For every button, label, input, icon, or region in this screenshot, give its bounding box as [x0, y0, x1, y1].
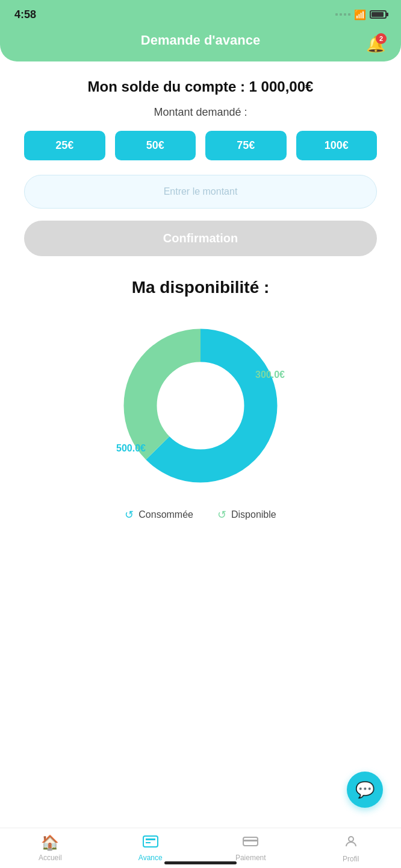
- donut-consumed-label: 500.0€: [116, 443, 146, 454]
- legend-consommee-label: Consommée: [138, 509, 193, 520]
- legend-disponible: ↺ Disponible: [217, 508, 276, 521]
- svg-point-5: [349, 837, 353, 841]
- status-bar: 4:58 📶: [0, 0, 401, 27]
- nav-paiement-label: Paiement: [235, 854, 266, 862]
- donut-svg: [110, 315, 291, 496]
- amount-100-button[interactable]: 100€: [296, 131, 378, 160]
- svg-rect-0: [143, 836, 158, 847]
- svg-rect-2: [146, 842, 151, 843]
- signal-icon: [335, 13, 350, 16]
- amount-input[interactable]: [24, 175, 377, 209]
- amount-50-button[interactable]: 50€: [115, 131, 196, 160]
- notification-button[interactable]: 🔔 2: [362, 31, 389, 57]
- chat-icon: 💬: [355, 781, 375, 799]
- confirmation-button[interactable]: Confirmation: [24, 221, 377, 256]
- legend-disponible-icon: ↺: [217, 508, 226, 521]
- donut-available-label: 300.0€: [255, 370, 285, 380]
- nav-accueil[interactable]: 🏠 Accueil: [0, 834, 101, 863]
- donut-chart: 500.0€ 300.0€: [110, 315, 291, 496]
- page-title: Demande d'avance: [141, 33, 260, 48]
- notification-badge: 2: [376, 33, 387, 44]
- account-balance: Mon solde du compte : 1 000,00€: [24, 78, 377, 95]
- amount-buttons-group: 25€ 50€ 75€ 100€: [24, 131, 377, 160]
- nav-paiement[interactable]: Paiement: [200, 834, 301, 863]
- main-content: Mon solde du compte : 1 000,00€ Montant …: [0, 61, 401, 278]
- legend-consommee: ↺ Consommée: [125, 508, 193, 521]
- legend-disponible-label: Disponible: [231, 509, 276, 520]
- status-time: 4:58: [14, 8, 36, 21]
- wifi-icon: 📶: [354, 9, 366, 20]
- header: Demande d'avance 🔔 2: [0, 27, 401, 61]
- chat-button[interactable]: 💬: [347, 772, 383, 808]
- legend-consommee-icon: ↺: [125, 508, 134, 521]
- battery-icon: [370, 10, 387, 19]
- svg-rect-1: [146, 838, 155, 840]
- nav-accueil-label: Accueil: [39, 854, 62, 862]
- donut-center: [157, 362, 244, 449]
- amount-75-button[interactable]: 75€: [205, 131, 287, 160]
- nav-profil[interactable]: Profil: [301, 834, 402, 863]
- status-icons: 📶: [335, 9, 387, 20]
- profil-icon: [344, 834, 358, 852]
- nav-avance[interactable]: Avance: [101, 834, 201, 863]
- svg-rect-4: [243, 840, 258, 841]
- chart-legend: ↺ Consommée ↺ Disponible: [12, 508, 389, 521]
- chart-title: Ma disponibilité :: [12, 278, 389, 297]
- home-icon: 🏠: [41, 834, 59, 851]
- avance-icon: [143, 834, 158, 851]
- nav-avance-label: Avance: [138, 854, 163, 862]
- home-indicator: [164, 861, 237, 864]
- chart-section: Ma disponibilité : 500.0€ 300.0€ ↺ Conso…: [0, 278, 401, 521]
- nav-profil-label: Profil: [343, 855, 359, 863]
- amount-25-button[interactable]: 25€: [24, 131, 105, 160]
- paiement-icon: [243, 834, 258, 851]
- montant-label: Montant demandé :: [24, 106, 377, 119]
